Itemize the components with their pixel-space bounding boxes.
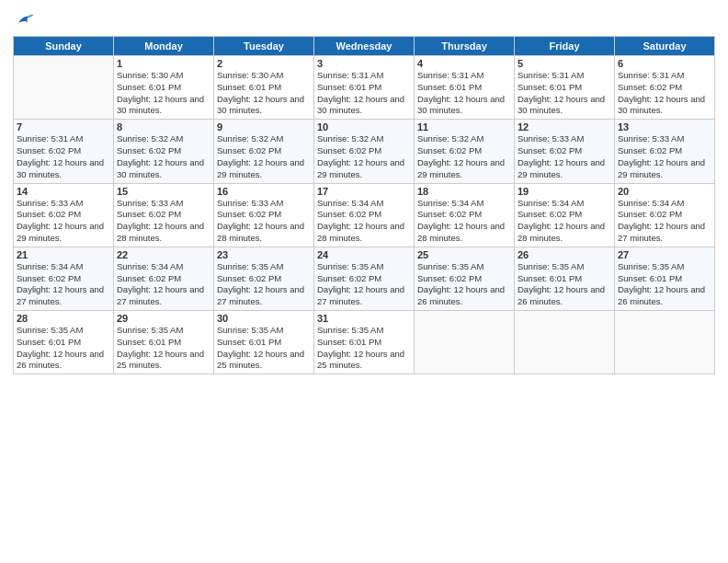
logo-icon xyxy=(13,9,35,31)
calendar-cell: 31Sunrise: 5:35 AMSunset: 6:01 PMDayligh… xyxy=(314,311,415,374)
calendar-cell: 7Sunrise: 5:31 AMSunset: 6:02 PMDaylight… xyxy=(14,120,114,183)
day-info: Sunrise: 5:32 AMSunset: 6:02 PMDaylight:… xyxy=(117,133,210,180)
day-header: Tuesday xyxy=(214,37,314,56)
day-number: 12 xyxy=(518,121,611,132)
calendar-cell: 28Sunrise: 5:35 AMSunset: 6:01 PMDayligh… xyxy=(14,311,114,374)
calendar-cell: 5Sunrise: 5:31 AMSunset: 6:01 PMDaylight… xyxy=(515,56,615,120)
day-info: Sunrise: 5:35 AMSunset: 6:01 PMDaylight:… xyxy=(317,325,411,372)
calendar-cell: 23Sunrise: 5:35 AMSunset: 6:02 PMDayligh… xyxy=(214,247,314,310)
calendar-week-row: 14Sunrise: 5:33 AMSunset: 6:02 PMDayligh… xyxy=(14,183,715,247)
calendar-cell xyxy=(615,311,715,374)
day-number: 11 xyxy=(417,121,511,132)
day-info: Sunrise: 5:32 AMSunset: 6:02 PMDaylight:… xyxy=(317,133,411,180)
day-info: Sunrise: 5:35 AMSunset: 6:01 PMDaylight:… xyxy=(518,261,611,308)
day-number: 3 xyxy=(317,58,411,69)
header xyxy=(13,9,715,31)
day-info: Sunrise: 5:31 AMSunset: 6:01 PMDaylight:… xyxy=(317,70,411,117)
day-number: 19 xyxy=(518,186,611,197)
calendar-cell: 11Sunrise: 5:32 AMSunset: 6:02 PMDayligh… xyxy=(415,120,515,183)
calendar-cell: 16Sunrise: 5:33 AMSunset: 6:02 PMDayligh… xyxy=(214,183,314,247)
day-header: Monday xyxy=(114,37,214,56)
day-info: Sunrise: 5:31 AMSunset: 6:01 PMDaylight:… xyxy=(518,70,611,117)
day-number: 2 xyxy=(217,58,311,69)
day-number: 16 xyxy=(217,186,311,197)
calendar-week-row: 21Sunrise: 5:34 AMSunset: 6:02 PMDayligh… xyxy=(14,247,715,310)
day-number: 27 xyxy=(618,249,711,260)
day-info: Sunrise: 5:33 AMSunset: 6:02 PMDaylight:… xyxy=(17,198,110,245)
day-info: Sunrise: 5:33 AMSunset: 6:02 PMDaylight:… xyxy=(217,198,311,245)
calendar-cell: 12Sunrise: 5:33 AMSunset: 6:02 PMDayligh… xyxy=(515,120,615,183)
calendar-cell: 17Sunrise: 5:34 AMSunset: 6:02 PMDayligh… xyxy=(314,183,415,247)
day-number: 21 xyxy=(17,249,110,260)
calendar-cell: 19Sunrise: 5:34 AMSunset: 6:02 PMDayligh… xyxy=(515,183,615,247)
calendar-cell: 21Sunrise: 5:34 AMSunset: 6:02 PMDayligh… xyxy=(14,247,114,310)
day-number: 17 xyxy=(317,186,411,197)
calendar-cell: 25Sunrise: 5:35 AMSunset: 6:02 PMDayligh… xyxy=(415,247,515,310)
calendar-cell: 15Sunrise: 5:33 AMSunset: 6:02 PMDayligh… xyxy=(114,183,214,247)
day-info: Sunrise: 5:31 AMSunset: 6:02 PMDaylight:… xyxy=(17,133,110,180)
day-number: 25 xyxy=(417,249,511,260)
calendar-cell: 22Sunrise: 5:34 AMSunset: 6:02 PMDayligh… xyxy=(114,247,214,310)
day-number: 14 xyxy=(17,186,110,197)
calendar-cell: 13Sunrise: 5:33 AMSunset: 6:02 PMDayligh… xyxy=(615,120,715,183)
calendar-cell: 8Sunrise: 5:32 AMSunset: 6:02 PMDaylight… xyxy=(114,120,214,183)
day-number: 4 xyxy=(417,58,511,69)
day-header: Sunday xyxy=(14,37,114,56)
calendar-cell: 10Sunrise: 5:32 AMSunset: 6:02 PMDayligh… xyxy=(314,120,415,183)
day-number: 5 xyxy=(518,58,611,69)
calendar-week-row: 1Sunrise: 5:30 AMSunset: 6:01 PMDaylight… xyxy=(14,56,715,120)
calendar-cell xyxy=(14,56,114,120)
calendar-cell: 20Sunrise: 5:34 AMSunset: 6:02 PMDayligh… xyxy=(615,183,715,247)
day-info: Sunrise: 5:34 AMSunset: 6:02 PMDaylight:… xyxy=(317,198,411,245)
page: SundayMondayTuesdayWednesdayThursdayFrid… xyxy=(0,0,728,563)
day-number: 6 xyxy=(618,58,711,69)
day-info: Sunrise: 5:31 AMSunset: 6:01 PMDaylight:… xyxy=(417,70,511,117)
calendar-cell: 1Sunrise: 5:30 AMSunset: 6:01 PMDaylight… xyxy=(114,56,214,120)
day-number: 26 xyxy=(518,249,611,260)
day-info: Sunrise: 5:34 AMSunset: 6:02 PMDaylight:… xyxy=(518,198,611,245)
day-info: Sunrise: 5:35 AMSunset: 6:01 PMDaylight:… xyxy=(618,261,711,308)
day-number: 22 xyxy=(117,249,210,260)
calendar-cell: 30Sunrise: 5:35 AMSunset: 6:01 PMDayligh… xyxy=(214,311,314,374)
day-number: 20 xyxy=(618,186,711,197)
day-info: Sunrise: 5:30 AMSunset: 6:01 PMDaylight:… xyxy=(117,70,210,117)
day-info: Sunrise: 5:34 AMSunset: 6:02 PMDaylight:… xyxy=(417,198,511,245)
calendar-cell: 27Sunrise: 5:35 AMSunset: 6:01 PMDayligh… xyxy=(615,247,715,310)
calendar-cell: 29Sunrise: 5:35 AMSunset: 6:01 PMDayligh… xyxy=(114,311,214,374)
calendar-cell: 18Sunrise: 5:34 AMSunset: 6:02 PMDayligh… xyxy=(415,183,515,247)
day-number: 15 xyxy=(117,186,210,197)
day-info: Sunrise: 5:30 AMSunset: 6:01 PMDaylight:… xyxy=(217,70,311,117)
day-number: 29 xyxy=(117,313,210,324)
day-number: 8 xyxy=(117,121,210,132)
calendar-cell: 26Sunrise: 5:35 AMSunset: 6:01 PMDayligh… xyxy=(515,247,615,310)
day-number: 13 xyxy=(618,121,711,132)
calendar-cell xyxy=(415,311,515,374)
day-info: Sunrise: 5:34 AMSunset: 6:02 PMDaylight:… xyxy=(17,261,110,308)
day-header: Thursday xyxy=(415,37,515,56)
day-number: 9 xyxy=(217,121,311,132)
day-info: Sunrise: 5:33 AMSunset: 6:02 PMDaylight:… xyxy=(518,133,611,180)
calendar-cell: 14Sunrise: 5:33 AMSunset: 6:02 PMDayligh… xyxy=(14,183,114,247)
day-info: Sunrise: 5:35 AMSunset: 6:02 PMDaylight:… xyxy=(317,261,411,308)
day-number: 28 xyxy=(17,313,110,324)
day-info: Sunrise: 5:32 AMSunset: 6:02 PMDaylight:… xyxy=(217,133,311,180)
day-info: Sunrise: 5:33 AMSunset: 6:02 PMDaylight:… xyxy=(618,133,711,180)
day-info: Sunrise: 5:31 AMSunset: 6:02 PMDaylight:… xyxy=(618,70,711,117)
calendar-cell: 24Sunrise: 5:35 AMSunset: 6:02 PMDayligh… xyxy=(314,247,415,310)
day-info: Sunrise: 5:35 AMSunset: 6:01 PMDaylight:… xyxy=(217,325,311,372)
day-number: 7 xyxy=(17,121,110,132)
day-info: Sunrise: 5:35 AMSunset: 6:02 PMDaylight:… xyxy=(417,261,511,308)
day-number: 10 xyxy=(317,121,411,132)
day-info: Sunrise: 5:34 AMSunset: 6:02 PMDaylight:… xyxy=(618,198,711,245)
calendar-cell: 9Sunrise: 5:32 AMSunset: 6:02 PMDaylight… xyxy=(214,120,314,183)
day-number: 23 xyxy=(217,249,311,260)
calendar-cell: 3Sunrise: 5:31 AMSunset: 6:01 PMDaylight… xyxy=(314,56,415,120)
calendar-cell: 6Sunrise: 5:31 AMSunset: 6:02 PMDaylight… xyxy=(615,56,715,120)
day-header: Saturday xyxy=(615,37,715,56)
calendar-header-row: SundayMondayTuesdayWednesdayThursdayFrid… xyxy=(14,37,715,56)
calendar-cell: 4Sunrise: 5:31 AMSunset: 6:01 PMDaylight… xyxy=(415,56,515,120)
day-info: Sunrise: 5:33 AMSunset: 6:02 PMDaylight:… xyxy=(117,198,210,245)
day-number: 18 xyxy=(417,186,511,197)
calendar-week-row: 28Sunrise: 5:35 AMSunset: 6:01 PMDayligh… xyxy=(14,311,715,374)
day-number: 31 xyxy=(317,313,411,324)
